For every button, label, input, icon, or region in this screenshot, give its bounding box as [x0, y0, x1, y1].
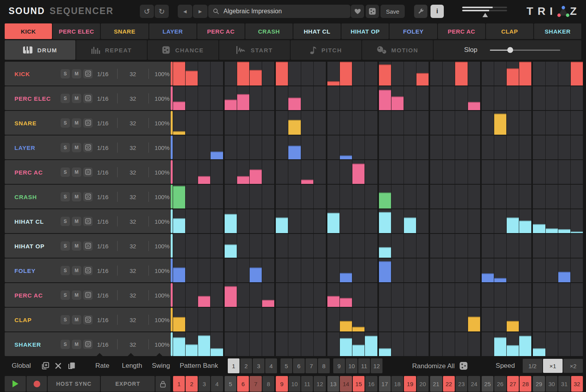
step-cell-8[interactable]: [262, 209, 274, 233]
length-value[interactable]: 32: [121, 169, 145, 175]
note-bar[interactable]: [340, 298, 352, 307]
step-cell-32[interactable]: [571, 111, 583, 135]
step-cell-30[interactable]: [546, 86, 558, 110]
step-cell-31[interactable]: [558, 234, 570, 258]
step-cell-2[interactable]: [186, 332, 198, 356]
step-cell-15[interactable]: [352, 258, 364, 282]
step-button-6[interactable]: 6: [237, 376, 249, 392]
step-cell-22[interactable]: [443, 86, 455, 110]
note-bar[interactable]: [352, 345, 364, 356]
step-cell-14[interactable]: [340, 258, 352, 282]
rate-value[interactable]: 1/16: [91, 242, 115, 249]
step-cell-24[interactable]: [468, 234, 480, 258]
step-cell-5[interactable]: [225, 258, 237, 282]
save-button[interactable]: Save: [381, 5, 405, 18]
step-cell-8[interactable]: [262, 308, 274, 331]
note-bar[interactable]: [173, 62, 185, 86]
export-button[interactable]: EXPORT: [101, 376, 155, 392]
solo-button[interactable]: S: [61, 290, 70, 300]
step-cell-26[interactable]: [494, 258, 506, 282]
step-cell-7[interactable]: [250, 185, 262, 208]
step-cell-24[interactable]: [468, 111, 480, 135]
step-cell-2[interactable]: [186, 62, 198, 86]
note-bar[interactable]: [482, 273, 494, 282]
step-cell-22[interactable]: [443, 62, 455, 86]
step-cell-2[interactable]: [186, 185, 198, 208]
step-cell-6[interactable]: [237, 332, 249, 356]
step-cell-19[interactable]: [404, 234, 416, 258]
step-cell-11[interactable]: [301, 86, 313, 110]
step-cell-31[interactable]: [558, 160, 570, 184]
step-cell-32[interactable]: [571, 135, 583, 159]
note-bar[interactable]: [288, 146, 300, 159]
step-cell-29[interactable]: [533, 185, 545, 208]
step-button-20[interactable]: 20: [417, 376, 429, 392]
mute-button[interactable]: M: [72, 315, 81, 324]
note-bar[interactable]: [173, 218, 185, 233]
mode-tab-repeat[interactable]: REPEAT: [76, 40, 147, 60]
step-cell-4[interactable]: [211, 234, 223, 258]
step-cell-12[interactable]: [314, 160, 326, 184]
step-cell-1[interactable]: [173, 283, 185, 307]
note-bar[interactable]: [225, 286, 237, 307]
step-cell-8[interactable]: [262, 258, 274, 282]
step-cell-19[interactable]: [404, 86, 416, 110]
note-bar[interactable]: [198, 296, 210, 307]
step-cell-4[interactable]: [211, 86, 223, 110]
velocity-value[interactable]: 100%: [151, 193, 173, 200]
step-cell-14[interactable]: [340, 86, 352, 110]
speed-option-1-2[interactable]: 1/2: [523, 359, 542, 373]
step-cell-15[interactable]: [352, 86, 364, 110]
step-cell-18[interactable]: [391, 185, 404, 208]
pattern-bank-3[interactable]: 3: [253, 358, 264, 373]
step-cell-13[interactable]: [327, 160, 339, 184]
note-bar[interactable]: [211, 151, 223, 159]
step-cell-12[interactable]: [314, 283, 326, 307]
step-cell-16[interactable]: [365, 258, 377, 282]
track-tab-crash[interactable]: CRASH: [245, 23, 293, 39]
track-tab-perc-elec[interactable]: PERC ELEC: [53, 23, 100, 39]
step-cell-13[interactable]: [327, 185, 339, 208]
step-cell-3[interactable]: [198, 135, 210, 159]
note-bar[interactable]: [225, 100, 237, 110]
step-button-26[interactable]: 26: [494, 376, 506, 392]
step-cell-7[interactable]: [250, 308, 262, 331]
step-cell-24[interactable]: [468, 209, 480, 233]
track-tab-foley[interactable]: FOLEY: [389, 23, 437, 39]
step-button-19[interactable]: 19: [404, 376, 416, 392]
step-cell-1[interactable]: [173, 160, 185, 184]
randomize-all-control[interactable]: Randomize All: [412, 362, 468, 370]
step-cell-2[interactable]: [186, 283, 198, 307]
step-cell-1[interactable]: [173, 62, 185, 86]
step-cell-16[interactable]: [365, 62, 377, 86]
step-cell-19[interactable]: [404, 258, 416, 282]
note-bar[interactable]: [198, 335, 210, 356]
step-cell-21[interactable]: [430, 135, 442, 159]
speed-option--1[interactable]: ×1: [543, 359, 563, 373]
step-cell-7[interactable]: [250, 209, 262, 233]
track-name[interactable]: LAYER: [14, 144, 35, 151]
note-bar[interactable]: [186, 71, 198, 86]
step-button-31[interactable]: 31: [558, 376, 570, 392]
mode-tab-drum[interactable]: DRUM: [5, 40, 75, 60]
mute-button[interactable]: M: [72, 266, 81, 275]
step-cell-22[interactable]: [443, 234, 455, 258]
step-cell-17[interactable]: [379, 283, 391, 307]
note-bar[interactable]: [533, 348, 545, 356]
step-cell-1[interactable]: [173, 185, 185, 208]
step-cell-27[interactable]: [507, 62, 519, 86]
step-cell-10[interactable]: [288, 283, 300, 307]
step-cell-20[interactable]: [416, 62, 429, 86]
step-cell-30[interactable]: [546, 283, 558, 307]
step-cell-11[interactable]: [301, 258, 313, 282]
step-cell-15[interactable]: [352, 308, 364, 331]
step-cell-32[interactable]: [571, 62, 583, 86]
step-cell-3[interactable]: [198, 234, 210, 258]
step-cell-10[interactable]: [288, 111, 300, 135]
step-cell-14[interactable]: [340, 62, 352, 86]
step-cell-19[interactable]: [404, 160, 416, 184]
pattern-bank-6[interactable]: 6: [293, 358, 305, 373]
note-bar[interactable]: [237, 176, 249, 184]
step-button-2[interactable]: 2: [186, 376, 197, 392]
pattern-bank-9[interactable]: 9: [333, 358, 345, 373]
